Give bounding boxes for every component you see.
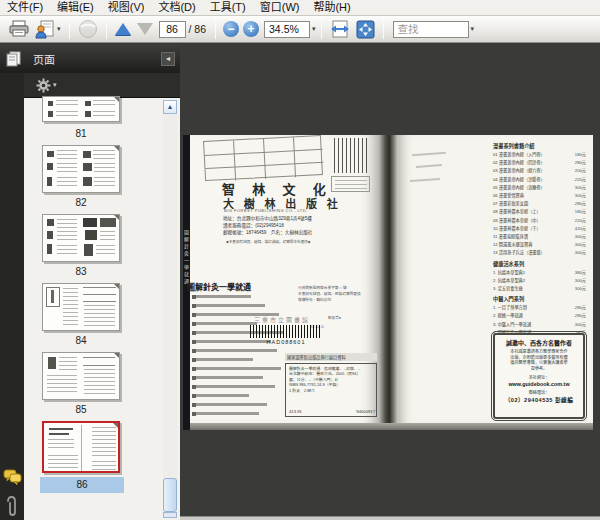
book-list-item: 07 漫畫彩妝美女圖280元: [493, 200, 586, 208]
cip-header: 國家圖書館出版品預行編目資料: [285, 353, 377, 361]
promo-website: www.guidebook.com.tw: [495, 381, 583, 387]
promo-phone: （02）29404535 彭總編: [495, 396, 583, 404]
email-button[interactable]: ▾: [32, 18, 64, 41]
attachments-icon[interactable]: [3, 495, 20, 519]
book-list-item: 09 漫畫神農本草經（中）220元: [493, 217, 586, 225]
book-list-item: 10 漫畫神農本草經（下）420元: [493, 225, 586, 233]
thumbnail-label-81[interactable]: 81: [42, 128, 120, 139]
thumbnail-label-86-selected[interactable]: 86: [40, 477, 124, 493]
list1-title: 漫畫系列書籍介紹: [493, 142, 586, 149]
promo-tel-label: 聯絡電話：: [495, 389, 583, 395]
menu-file[interactable]: 文件(F): [0, 0, 50, 15]
fit-width-icon: [330, 20, 350, 38]
cip-box: 圖解針灸一學就通／吳政龍著．--初版．--台北縣中和市：醫林文化，2005〔民9…: [285, 363, 377, 417]
toolbar-separator: [106, 19, 107, 39]
fit-page-icon: [356, 20, 375, 39]
fit-page-button[interactable]: [353, 18, 378, 41]
page-total-label: / 86: [189, 23, 207, 35]
thumbnail-label-82[interactable]: 82: [42, 197, 120, 208]
menu-help[interactable]: 帮助(H): [306, 0, 357, 15]
toolbar-separator: [69, 19, 70, 39]
scrollbar-down-button[interactable]: [163, 512, 177, 518]
menu-document[interactable]: 文档(D): [151, 0, 202, 15]
scanned-page-image: 圖解針灸一學就通 智 林 文 化 大 樹 林 出 版 社 BIG FOREST …: [183, 135, 593, 430]
comments-icon[interactable]: [3, 469, 22, 486]
page-number-input[interactable]: [159, 21, 186, 38]
zoom-out-button[interactable]: −: [223, 21, 239, 37]
thumbnail-label-84[interactable]: 84: [42, 335, 120, 346]
zoom-level-combobox[interactable]: 34.5%: [264, 21, 310, 38]
gov-line: 本書如有缺頁、破損、倒裝請寄回更換: [298, 291, 361, 296]
thumbnail-page-85[interactable]: [42, 352, 120, 400]
zoom-dropdown-caret[interactable]: ▾: [312, 25, 316, 33]
book-list-item: 3. 中醫入門一學就通300元: [493, 321, 586, 329]
collapse-panel-button[interactable]: ◄: [161, 52, 175, 66]
zoom-level-value: 34.5%: [269, 23, 299, 35]
globe-icon: [78, 19, 98, 39]
up-arrow-icon: [115, 23, 131, 35]
publisher-address: 地址：台北縣中和市中山路329巷1弄4號5樓: [223, 215, 312, 221]
print-button[interactable]: [6, 18, 32, 41]
book-list-item: 05 漫畫黃帝內經（治療卷）300元: [493, 184, 586, 192]
book-list-item: 01 漫畫黃帝內經（入門卷）180元: [493, 151, 586, 159]
pages-icon[interactable]: [6, 51, 21, 67]
book-gutter-shadow: [379, 135, 398, 423]
toolbar-separator: [321, 19, 322, 39]
thumbnail-label-85[interactable]: 85: [42, 404, 120, 415]
options-dropdown-caret[interactable]: ▾: [53, 81, 57, 89]
library-stamp: 三重市立圖書館: [254, 315, 310, 324]
printer-icon: [9, 20, 29, 38]
book-list-item: 2. 經絡一學就通280元: [493, 312, 586, 320]
email-dropdown-caret[interactable]: ▾: [57, 25, 61, 33]
handdrawn-table: [203, 135, 323, 181]
book-list-item: 02 漫畫黃帝內經（四診卷）280元: [493, 159, 586, 167]
fit-width-button[interactable]: [327, 18, 353, 41]
book-list-item: 06 漫畫愛情寶典300元: [493, 192, 586, 200]
scrollbar-thumb[interactable]: [163, 478, 177, 512]
page-thumbnails-panel: 81 82 83 84: [24, 98, 180, 520]
book-list-item: 03 漫畫黃帝內經（經穴卷）200元: [493, 167, 586, 175]
cip-line: 1.針灸 2.經穴: [289, 388, 373, 393]
email-send-icon: [35, 20, 55, 39]
promo-title: 誠邀中、西各方名醫作者: [495, 338, 583, 347]
book-list-item: 2. 抗癌本草聖典2300元: [493, 277, 586, 285]
next-page-button[interactable]: [134, 18, 156, 41]
return-note: ◆本書如有缺頁、破損、裝訂錯誤，請寄回本社更換◆: [226, 239, 311, 244]
list3-title: 中醫入門系列: [493, 295, 586, 302]
navigation-icon-strip: [0, 45, 24, 520]
gov-line: 行政院新聞局版台業字第○○號: [298, 285, 347, 290]
thumbnail-page-84[interactable]: [42, 283, 120, 331]
colophon-title: 圖解針灸一學就通: [187, 281, 251, 292]
previous-page-button[interactable]: [112, 18, 134, 41]
promo-body-line: 習參考。: [495, 366, 583, 372]
menu-view[interactable]: 视图(V): [101, 0, 152, 15]
stamp-side-text: 點收章●: [328, 315, 341, 320]
options-gear-icon[interactable]: [36, 78, 51, 93]
book-list-item: 1. 一目了然學方劑280元: [493, 304, 586, 312]
zoom-in-button[interactable]: +: [243, 21, 259, 37]
cip-record-number: 94000917: [356, 409, 375, 414]
book-list-item: 08 漫畫神農本草經（上）180元: [493, 208, 586, 216]
menu-bar: 文件(F) 编辑(E) 视图(V) 文档(D) 工具(T) 窗口(W) 帮助(H…: [0, 0, 600, 16]
thumbnail-page-83[interactable]: [42, 214, 120, 262]
thumbnail-page-81[interactable]: [42, 96, 120, 122]
menu-edit[interactable]: 编辑(E): [50, 0, 101, 15]
find-dropdown-caret[interactable]: ▾: [471, 25, 475, 33]
thumbnail-page-82[interactable]: [42, 145, 120, 193]
author-invitation-box: 誠邀中、西各方名醫作者 本社誠意邀請各方醫學專家合作出版，亦盼能出版更多實用有價…: [493, 333, 585, 419]
horizontal-scrollbar-edge[interactable]: [180, 516, 600, 520]
thumbnails-scrollbar[interactable]: ▲: [163, 100, 177, 518]
thumbnail-label-83[interactable]: 83: [42, 266, 120, 277]
thumbnail-page-86-selected[interactable]: [42, 421, 120, 473]
scan-right-page: 漫畫系列書籍介紹 01 漫畫黃帝內經（入門卷）180元 02 漫畫黃帝內經（四診…: [398, 135, 593, 423]
scrollbar-up-button[interactable]: ▲: [163, 100, 177, 114]
menu-window[interactable]: 窗口(W): [253, 0, 307, 15]
find-input[interactable]: [393, 21, 469, 38]
menu-tools[interactable]: 工具(T): [203, 0, 253, 15]
panel-title: 页面: [33, 51, 55, 67]
gov-line: 版權所有・翻印必究: [298, 297, 331, 302]
pages-panel-header: 页面 ◄: [0, 45, 180, 73]
toolbar-separator: [383, 19, 384, 39]
toolbar-separator: [215, 19, 216, 39]
book-list-item: 1. 抗癌本草聖典1380元: [493, 269, 586, 277]
